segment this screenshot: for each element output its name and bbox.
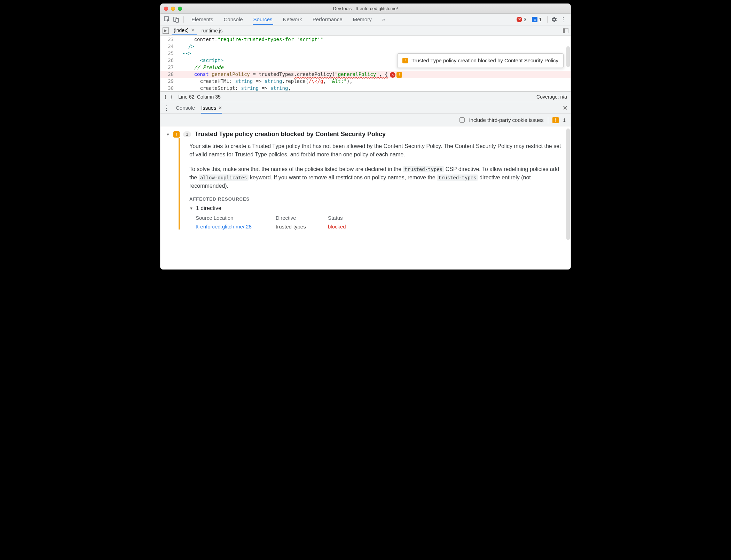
th-directive: Directive — [276, 215, 328, 221]
code-editor[interactable]: 23 content="require-trusted-types-for 's… — [160, 36, 571, 92]
line-number[interactable]: 26 — [160, 57, 176, 64]
issue-paragraph: Your site tries to create a Trusted Type… — [189, 142, 565, 159]
third-party-checkbox[interactable] — [459, 117, 465, 123]
warning-icon: ! — [173, 131, 180, 138]
tab-sources[interactable]: Sources — [253, 14, 273, 25]
code-content[interactable]: const generalPolicy = trustedTypes.creat… — [176, 71, 571, 78]
th-source: Source Location — [196, 215, 276, 221]
message-icon: ≡ — [532, 17, 537, 22]
affected-summary[interactable]: ▼ 1 directive — [189, 205, 565, 211]
panel-tabs: Elements Console Sources Network Perform… — [191, 14, 386, 25]
file-tab-bar: ▶ (index) ✕ runtime.js — [160, 25, 571, 36]
file-tab-runtime[interactable]: runtime.js — [199, 26, 225, 35]
issue-count-pill: 1 — [183, 131, 191, 137]
th-status: Status — [328, 215, 370, 221]
separator — [548, 117, 548, 124]
status-value: blocked — [328, 224, 370, 230]
issue-paragraph: To solve this, make sure that the names … — [189, 165, 565, 190]
tooltip-text: Trusted Type policy creation blocked by … — [411, 57, 558, 64]
sidebar-toggle-icon[interactable] — [563, 28, 568, 33]
editor-status-bar: { } Line 62, Column 35 Coverage: n/a — [160, 92, 571, 102]
devtools-window: DevTools - tt-enforced.glitch.me/ Elemen… — [160, 3, 571, 270]
code-token: trusted-types — [437, 174, 478, 181]
file-tab-label: (index) — [174, 28, 189, 33]
expand-triangle-icon[interactable]: ▼ — [189, 206, 193, 210]
line-number[interactable]: 28 — [160, 71, 176, 78]
issue-body: Your site tries to create a Trusted Type… — [179, 138, 565, 230]
message-count-value: 1 — [539, 17, 542, 22]
third-party-label: Include third-party cookie issues — [469, 117, 543, 123]
warning-icon: ! — [402, 58, 408, 63]
directive-value: trusted-types — [276, 224, 328, 230]
drawer-tab-label: Issues — [201, 105, 216, 111]
tab-overflow[interactable]: » — [382, 14, 386, 25]
tab-network[interactable]: Network — [282, 14, 303, 25]
message-count[interactable]: ≡ 1 — [530, 17, 544, 22]
issue-count: 1 — [563, 117, 566, 123]
more-menu-icon[interactable]: ⋮ — [559, 16, 568, 23]
code-content[interactable]: createHTML: string => string.replace(/\<… — [176, 78, 571, 85]
issues-filter-bar: Include third-party cookie issues ! 1 — [160, 114, 571, 126]
expand-triangle-icon[interactable]: ▼ — [166, 132, 170, 137]
error-count-value: 3 — [524, 17, 526, 22]
line-number[interactable]: 29 — [160, 78, 176, 85]
line-number[interactable]: 27 — [160, 64, 176, 71]
warning-icon: ! — [552, 117, 559, 123]
cursor-position: Line 62, Column 35 — [178, 94, 220, 100]
close-tab-icon[interactable]: ✕ — [218, 105, 222, 110]
coverage-status: Coverage: n/a — [536, 94, 567, 100]
window-title: DevTools - tt-enforced.glitch.me/ — [160, 6, 571, 11]
tab-elements[interactable]: Elements — [191, 14, 214, 25]
line-number[interactable]: 25 — [160, 50, 176, 57]
error-icon: ✕ — [517, 17, 522, 22]
affected-resources-heading: AFFECTED RESOURCES — [189, 196, 565, 202]
hover-tooltip: ! Trusted Type policy creation blocked b… — [397, 53, 564, 68]
line-number[interactable]: 23 — [160, 36, 176, 43]
code-content[interactable]: content="require-trusted-types-for 'scri… — [176, 36, 571, 43]
code-line[interactable]: 28 const generalPolicy = trustedTypes.cr… — [160, 71, 571, 78]
directive-summary: 1 directive — [196, 205, 221, 211]
drawer-tab-bar: ⋮ Console Issues ✕ ✕ — [160, 102, 571, 114]
separator — [547, 16, 548, 23]
code-token: trusted-types — [403, 166, 444, 172]
drawer-close-icon[interactable]: ✕ — [563, 104, 568, 112]
line-number[interactable]: 24 — [160, 43, 176, 50]
settings-gear-icon[interactable] — [551, 16, 557, 23]
issue-title: Trusted Type policy creation blocked by … — [195, 131, 386, 138]
titlebar[interactable]: DevTools - tt-enforced.glitch.me/ — [160, 4, 571, 14]
file-tab-index[interactable]: (index) ✕ — [172, 26, 197, 35]
inspect-element-icon[interactable] — [163, 16, 171, 23]
scrollbar-thumb[interactable] — [566, 129, 570, 240]
tab-memory[interactable]: Memory — [352, 14, 372, 25]
code-line[interactable]: 30 createScript: string => string, — [160, 85, 571, 92]
navigator-toggle-icon[interactable]: ▶ — [163, 28, 169, 34]
source-link[interactable]: tt-enforced.glitch.me/:28 — [196, 224, 252, 230]
drawer-tab-issues[interactable]: Issues ✕ — [201, 105, 222, 114]
file-tab-label: runtime.js — [202, 28, 223, 33]
code-line[interactable]: 29 createHTML: string => string.replace(… — [160, 78, 571, 85]
error-count[interactable]: ✕ 3 — [514, 17, 528, 22]
separator — [183, 16, 184, 23]
code-line[interactable]: 23 content="require-trusted-types-for 's… — [160, 36, 571, 43]
tab-performance[interactable]: Performance — [312, 14, 343, 25]
code-line[interactable]: 24 /> — [160, 43, 571, 50]
svg-rect-2 — [176, 18, 179, 22]
drawer-more-icon[interactable]: ⋮ — [163, 104, 170, 112]
code-content[interactable]: /> — [176, 43, 571, 50]
issue-header[interactable]: ▼ ! 1 Trusted Type policy creation block… — [166, 131, 565, 138]
scrollbar-thumb[interactable] — [566, 46, 570, 67]
line-number[interactable]: 30 — [160, 85, 176, 92]
main-toolbar: Elements Console Sources Network Perform… — [160, 14, 571, 25]
code-content[interactable]: createScript: string => string, — [176, 85, 571, 92]
drawer-tab-console[interactable]: Console — [176, 105, 195, 111]
issues-panel: ▼ ! 1 Trusted Type policy creation block… — [160, 126, 571, 269]
pretty-print-icon[interactable]: { } — [164, 94, 173, 100]
affected-table: Source Location Directive Status tt-enfo… — [196, 215, 565, 230]
code-token: allow-duplicates — [199, 174, 249, 181]
device-toolbar-icon[interactable] — [172, 16, 180, 23]
close-tab-icon[interactable]: ✕ — [191, 28, 195, 33]
tab-console[interactable]: Console — [223, 14, 244, 25]
